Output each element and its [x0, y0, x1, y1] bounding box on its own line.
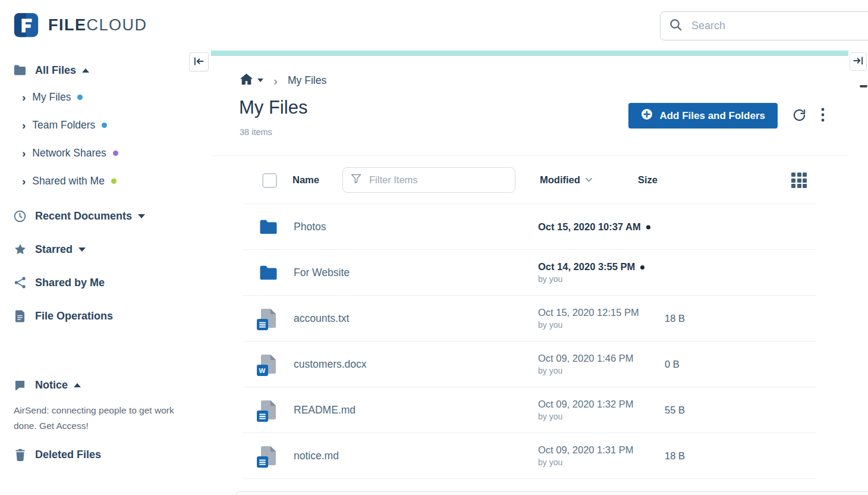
filter-input[interactable] [368, 174, 507, 186]
modified-by: by you [538, 412, 634, 421]
file-name[interactable]: accounts.txt [294, 312, 349, 325]
sidebar-item-recent-documents[interactable]: Recent Documents [0, 199, 211, 233]
filecloud-logo-icon [13, 11, 40, 39]
modified-date: Oct 15, 2020 10:37 AM [538, 221, 641, 232]
sidebar-item-starred[interactable]: Starred [0, 233, 211, 266]
file-table: Name Modified Size [211, 155, 848, 495]
file-name[interactable]: notice.md [294, 450, 339, 462]
breadcrumb-home[interactable] [240, 73, 263, 87]
collapse-left-icon [194, 57, 204, 67]
file-size: 55 B [665, 405, 685, 416]
filter-box[interactable] [342, 167, 515, 193]
search-input[interactable] [690, 19, 868, 33]
modified-cell: Oct 09, 2020 1:32 PM by you [538, 399, 634, 421]
logo-text-cloud: CLOUD [87, 16, 147, 34]
status-dot [77, 95, 83, 100]
sidebar-item-label: My Files [32, 91, 71, 104]
accent-bar [211, 51, 848, 56]
page-title: My Files [239, 97, 307, 118]
modified-date: Oct 15, 2020 12:15 PM [538, 307, 639, 318]
table-row[interactable]: accounts.txt Oct 15, 2020 12:15 PM by yo… [243, 296, 816, 342]
column-header-modified[interactable]: Modified [540, 174, 592, 186]
chevron-right-icon: › [22, 148, 26, 159]
folder-icon [12, 65, 27, 76]
grid-view-icon[interactable] [791, 173, 807, 188]
table-row[interactable]: notice.md Oct 09, 2020 1:31 PM by you 18… [243, 433, 816, 479]
right-rail [848, 51, 868, 495]
table-row[interactable]: W customers.docx Oct 09, 2020 1:46 PM by… [243, 342, 816, 387]
add-files-label: Add Files and Folders [659, 110, 765, 122]
sidebar-item-deleted-files[interactable]: Deleted Files [0, 438, 211, 471]
expand-panel-button[interactable] [850, 52, 867, 71]
status-dot [113, 151, 118, 156]
file-name[interactable]: customers.docx [294, 358, 367, 371]
modified-by: by you [538, 458, 634, 467]
logo-text-file: FILE [48, 16, 87, 34]
modified-by: by you [538, 320, 639, 330]
sidebar-item-team-folders[interactable]: › Team Folders [0, 111, 211, 139]
modified-cell: Oct 15, 2020 12:15 PM by you [538, 307, 639, 330]
chevron-right-icon: › [22, 120, 26, 131]
more-options-button[interactable] [821, 108, 825, 124]
sidebar-item-notice[interactable]: Notice [0, 368, 211, 402]
modified-cell: Oct 09, 2020 1:46 PM by you [538, 353, 634, 375]
filecloud-app: FILECLOUD All Files › My Files [0, 0, 868, 495]
table-row[interactable]: For Website Oct 14, 2020 3:55 PM by you [243, 250, 816, 296]
file-size: 18 B [665, 450, 685, 462]
bottom-panel-edge [236, 491, 868, 495]
scrollbar-thumb[interactable] [860, 85, 867, 87]
modified-date: Oct 09, 2020 1:31 PM [538, 444, 634, 455]
table-row[interactable]: README.md Oct 09, 2020 1:32 PM by you 55… [243, 387, 816, 433]
text-file-icon [257, 308, 279, 329]
file-name[interactable]: Photos [294, 221, 326, 233]
item-count: 38 items [240, 127, 272, 137]
sidebar-item-shared-by-me[interactable]: Shared by Me [0, 266, 211, 299]
sidebar-item-label: File Operations [35, 310, 113, 322]
file-name[interactable]: For Website [294, 267, 350, 279]
table-row[interactable]: Photos Oct 15, 2020 10:37 AM [243, 204, 816, 250]
kebab-menu-icon [821, 108, 825, 124]
folder-icon [257, 262, 279, 283]
sidebar-item-label: Deleted Files [35, 449, 101, 461]
logo-text: FILECLOUD [48, 16, 147, 35]
sidebar-item-label: Shared by Me [35, 277, 105, 289]
column-header-name[interactable]: Name [293, 174, 319, 186]
global-search[interactable] [660, 11, 868, 40]
status-dot [111, 178, 117, 184]
refresh-button[interactable] [792, 108, 806, 124]
sidebar-item-label: Shared with Me [32, 175, 105, 187]
breadcrumb-current[interactable]: My Files [288, 74, 326, 87]
sidebar-item-network-shares[interactable]: › Network Shares [0, 139, 211, 167]
sidebar-item-label: Recent Documents [35, 210, 132, 223]
modified-cell: Oct 15, 2020 10:37 AM [538, 221, 650, 233]
notice-message[interactable]: AirSend: connecting people to get work d… [0, 402, 211, 434]
funnel-icon [351, 174, 361, 186]
sidebar-item-label: Team Folders [32, 119, 95, 131]
document-icon [12, 310, 27, 322]
file-name[interactable]: README.md [294, 404, 356, 416]
file-size: 18 B [665, 313, 685, 324]
caret-up-icon [82, 68, 89, 73]
file-size: 0 B [665, 359, 680, 370]
column-header-size[interactable]: Size [638, 174, 658, 186]
top-bar: FILECLOUD [0, 0, 868, 51]
select-all-checkbox[interactable] [262, 173, 277, 188]
sidebar-item-all-files[interactable]: All Files [0, 57, 211, 83]
modified-by: by you [538, 274, 644, 284]
sidebar-item-label: Network Shares [32, 147, 106, 159]
filecloud-logo[interactable]: FILECLOUD [13, 11, 147, 39]
modified-date: Oct 14, 2020 3:55 PM [538, 261, 635, 272]
modified-by: by you [538, 366, 634, 375]
sidebar-collapse-button[interactable] [189, 52, 209, 71]
add-files-button[interactable]: Add Files and Folders [628, 103, 778, 129]
sort-chevron-icon [586, 178, 592, 182]
caret-down-icon [257, 79, 263, 82]
sidebar-item-label: Notice [35, 379, 68, 391]
sidebar-item-file-operations[interactable]: File Operations [0, 299, 211, 333]
page-actions: Add Files and Folders [628, 103, 825, 129]
text-file-icon [257, 445, 279, 466]
sidebar-item-shared-with-me[interactable]: › Shared with Me [0, 167, 211, 195]
breadcrumb-separator-icon: › [273, 74, 278, 87]
sidebar-item-my-files[interactable]: › My Files [0, 83, 211, 111]
refresh-icon [792, 108, 806, 124]
